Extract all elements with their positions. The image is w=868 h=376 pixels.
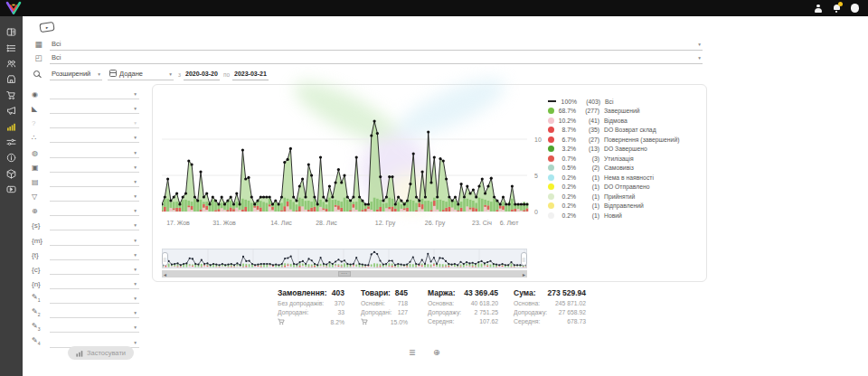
sidebar-item-cart[interactable] [0, 88, 23, 103]
filter-select[interactable]: ▾ [50, 89, 139, 99]
summary-subrow: Допродажу:2 751.25 [428, 309, 498, 315]
filter-select[interactable]: ▾ [50, 132, 139, 143]
sidebar-item-orders[interactable] [0, 40, 23, 55]
screen-tour-icon[interactable]: ▸ [39, 22, 54, 33]
scroll-right-icon[interactable]: ▸ [523, 271, 525, 277]
filter-select[interactable]: ▾ [50, 176, 139, 187]
sidebar-item-dashboard[interactable] [0, 24, 23, 40]
svg-text:28. Лис: 28. Лис [316, 220, 337, 226]
sidebar-item-analytics[interactable] [0, 118, 23, 134]
legend-item[interactable]: 0.2%(1)Новий [548, 211, 703, 221]
apply-button[interactable]: Застосувати [68, 346, 134, 360]
legend-item[interactable]: 10.2%(41)Відмова [548, 116, 703, 126]
navigator-left-handle[interactable]: || [162, 252, 168, 266]
main-sidebar [0, 16, 23, 376]
legend-item[interactable]: 68.7%(277)Завершений [548, 107, 703, 117]
pencil-icon: ✎4 [27, 336, 50, 348]
category-filter-select[interactable]: Всі ▾ [50, 39, 703, 51]
chevron-down-icon: ▾ [698, 55, 701, 61]
filter-select[interactable]: ▾ [50, 307, 139, 318]
app-logo-icon[interactable] [5, 1, 23, 15]
summary-subrow: Без допродажів:370 [278, 300, 344, 306]
summary-subrow: Основні:718 [361, 300, 408, 306]
scroll-left-icon[interactable]: ◂ [164, 271, 166, 277]
filter-select[interactable]: ▾ [50, 191, 139, 202]
filter-select[interactable]: ▾ [50, 162, 139, 173]
filter-select[interactable]: ▾ [50, 293, 139, 304]
svg-text:26. Гру: 26. Гру [425, 220, 446, 227]
sidebar-item-video[interactable] [0, 182, 23, 197]
chart-navigator[interactable]: || || [162, 249, 527, 268]
date-field-select[interactable]: Додане ▾ [108, 69, 174, 80]
sidebar-item-settings[interactable] [0, 135, 23, 150]
var_c-icon: {c} [27, 266, 50, 275]
legend-item[interactable]: 0.7%(3)Утилізація [548, 154, 703, 164]
legend-label: Самовивіз [604, 164, 634, 171]
legend-label: Нема в наявності [604, 174, 654, 181]
navigator-right-handle[interactable]: || [521, 252, 527, 266]
orders-chart[interactable]: 051017. Жов31. Жов14. Лис28. Лис12. Гру2… [162, 89, 551, 239]
summary-value: 845 [395, 288, 408, 297]
legend-item[interactable]: 6.7%(27)Повернення (завершений) [548, 135, 703, 145]
product-filter-select[interactable]: Всі ▾ [50, 52, 703, 64]
chevron-down-icon: ▾ [134, 324, 137, 330]
chevron-down-icon: ▾ [134, 252, 137, 258]
user-icon[interactable] [815, 5, 823, 13]
table-view-icon[interactable]: ≣ [409, 347, 416, 357]
avatar-icon[interactable] [851, 4, 860, 13]
planet-icon: ◉ [27, 90, 50, 99]
legend-item[interactable]: 8.7%(35)DO Возврат склад [548, 126, 703, 136]
apply-chart-icon [76, 350, 83, 357]
legend-item[interactable]: 0.2%(1)DO Отправлено [548, 183, 703, 193]
legend-count: (35) [576, 127, 599, 133]
filter-select[interactable]: ▾ [50, 235, 139, 246]
filter-row-pencil3: ✎3▾ [27, 320, 139, 333]
sphere-view-icon[interactable]: ⊕ [433, 347, 440, 357]
sidebar-item-info[interactable] [0, 150, 23, 165]
filter-select[interactable]: ▾ [50, 322, 139, 333]
legend-count: (27) [576, 136, 599, 143]
funnel-icon: ▽ [27, 193, 50, 202]
legend-item[interactable]: 0.2%(1)Відправлений [548, 202, 703, 212]
legend-count: (13) [576, 146, 599, 152]
filter-select[interactable]: ▾ [50, 103, 139, 114]
svg-text:6. Лют: 6. Лют [500, 220, 519, 226]
legend-percent: 3.2% [554, 146, 576, 152]
filter-select[interactable]: ▾ [50, 118, 139, 128]
date-from-input[interactable]: 2020-03-20 [184, 69, 220, 80]
summary-subrow: Допродані:33 [278, 309, 344, 315]
legend-item[interactable]: 0.2%(1)Нема в наявності [548, 173, 703, 183]
date-to-input[interactable]: 2023-03-21 [232, 69, 269, 80]
legend-label: Повернення (завершений) [604, 136, 679, 143]
legend-label: Завершений [604, 108, 640, 114]
chart-scrollbar[interactable]: ◂ ••• ▸ [162, 270, 527, 277]
sidebar-item-marketing[interactable] [0, 103, 23, 118]
legend-item[interactable]: 3.2%(13)DO Завершено [548, 145, 703, 155]
legend-item[interactable]: 0.2%(1)Прийнятий [548, 192, 703, 202]
legend-item[interactable]: 0.5%(2)Самовивіз [548, 164, 703, 174]
summary-subvalue: 718 [398, 300, 408, 306]
calendar-icon [109, 70, 117, 77]
filter-select[interactable]: ▾ [50, 205, 139, 216]
legend-dot-marker [548, 118, 554, 124]
filter-select[interactable]: ▾ [50, 264, 139, 275]
search-icon [33, 70, 40, 77]
filter-row-funnel: ▽▾ [27, 189, 139, 202]
sidebar-item-products[interactable] [0, 166, 23, 182]
chevron-down-icon: ▾ [134, 296, 137, 301]
legend-item[interactable]: 100%(403)Всі [548, 97, 703, 107]
chevron-down-icon: ▾ [134, 193, 137, 199]
filter-select[interactable]: ▾ [50, 147, 139, 158]
sidebar-item-users[interactable] [0, 56, 23, 71]
summary-subkey: Основна: [514, 300, 540, 306]
bell-icon[interactable] [833, 4, 841, 13]
filter-select[interactable]: ▾ [50, 278, 139, 289]
scrollbar-grip[interactable]: ••• [338, 271, 351, 277]
sidebar-item-store[interactable] [0, 71, 23, 87]
box-icon [6, 169, 16, 179]
search-mode-select[interactable]: Розширений ▾ [50, 69, 102, 80]
legend-count: (3) [576, 155, 599, 162]
legend-count: (2) [576, 164, 599, 171]
filter-select[interactable]: ▾ [50, 220, 139, 230]
filter-select[interactable]: ▾ [50, 249, 139, 260]
